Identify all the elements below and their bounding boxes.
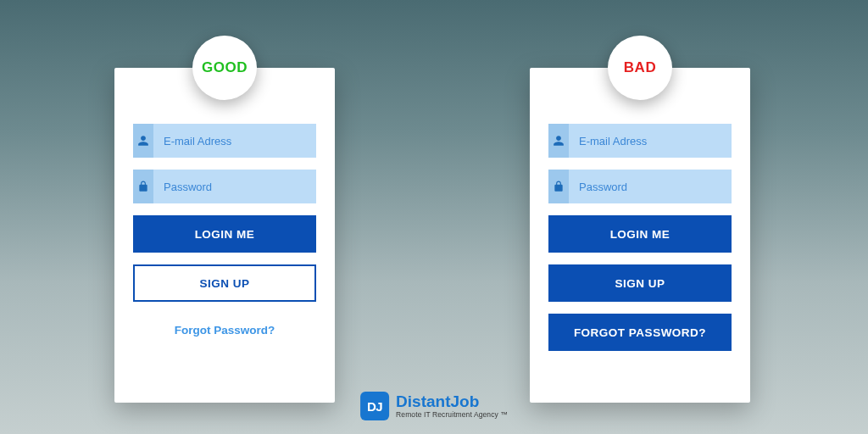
- password-group: [548, 170, 732, 203]
- brand-footer: DJ DistantJob Remote IT Recruitment Agen…: [360, 392, 508, 420]
- login-button[interactable]: LOGIN ME: [133, 215, 316, 253]
- lock-icon: [548, 170, 569, 203]
- forgot-password-button[interactable]: FORGOT PASSWORD?: [548, 314, 732, 351]
- email-group: [548, 124, 732, 158]
- login-card-bad: BAD LOGIN ME SIGN UP FORGOT PASSWORD?: [530, 68, 750, 403]
- brand-logo-text: DJ: [367, 399, 382, 414]
- user-icon: [548, 124, 569, 158]
- lock-icon: [133, 170, 153, 203]
- password-field[interactable]: [153, 170, 316, 203]
- status-badge-bad: BAD: [608, 36, 672, 100]
- signup-button[interactable]: SIGN UP: [133, 264, 316, 302]
- email-group: [133, 124, 316, 158]
- badge-label: BAD: [624, 59, 656, 76]
- status-badge-good: GOOD: [192, 36, 257, 100]
- email-field[interactable]: [569, 124, 732, 158]
- card-content: LOGIN ME SIGN UP FORGOT PASSWORD?: [530, 68, 750, 380]
- password-field[interactable]: [569, 170, 732, 203]
- password-group: [133, 170, 316, 203]
- badge-label: GOOD: [202, 59, 248, 76]
- user-icon: [133, 124, 153, 158]
- card-content: LOGIN ME SIGN UP Forgot Password?: [114, 68, 335, 353]
- brand-tagline: Remote IT Recruitment Agency ™: [396, 411, 508, 419]
- forgot-password-link[interactable]: Forgot Password?: [133, 324, 316, 337]
- signup-button[interactable]: SIGN UP: [548, 264, 732, 302]
- email-field[interactable]: [153, 124, 316, 158]
- login-card-good: GOOD LOGIN ME SIGN UP Forgot Password?: [114, 68, 335, 403]
- brand-text: DistantJob Remote IT Recruitment Agency …: [396, 393, 508, 419]
- login-button[interactable]: LOGIN ME: [548, 215, 732, 253]
- brand-name: DistantJob: [396, 393, 508, 409]
- brand-logo: DJ: [360, 392, 389, 420]
